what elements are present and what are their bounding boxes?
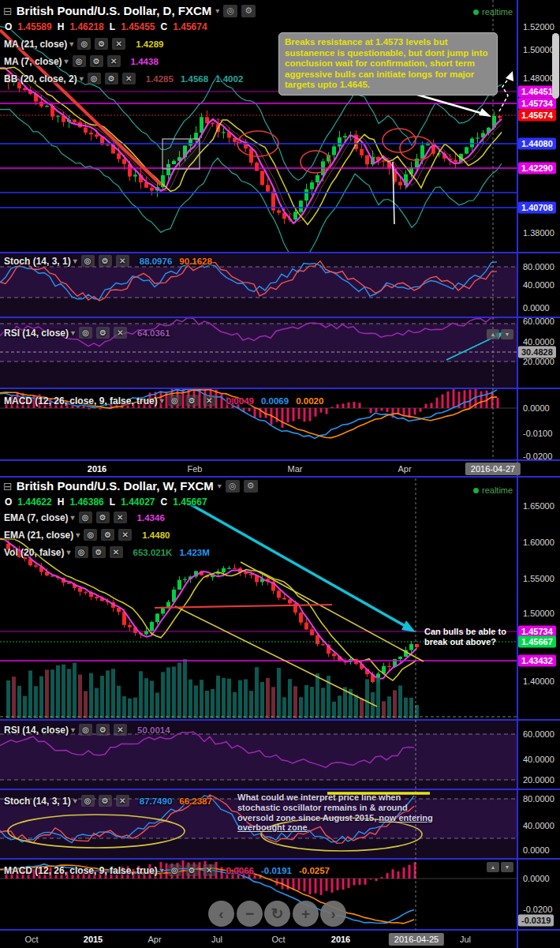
indicator-value: 1.4346 bbox=[137, 513, 165, 523]
zoom-in-button[interactable]: + bbox=[293, 901, 319, 927]
expand-pane-button[interactable]: ▼ bbox=[501, 329, 513, 339]
remove-indicator-button[interactable]: ✕ bbox=[114, 511, 127, 523]
weekly-time-scale[interactable]: Oct2015AprJulOct2016Jul2016-04-25 bbox=[0, 932, 560, 947]
indicator-value: 50.0014 bbox=[137, 725, 170, 735]
indicator-settings-button[interactable]: ⚙ bbox=[105, 73, 118, 84]
remove-indicator-button[interactable]: ✕ bbox=[203, 395, 216, 407]
visibility-button[interactable]: ◎ bbox=[88, 73, 101, 84]
analysis-note-box[interactable]: Breaks resistance at 1.4573 levels but s… bbox=[278, 32, 498, 96]
weekly-symbol-title[interactable]: British Pound/U.S. Dollar, W, FXCM bbox=[17, 479, 214, 493]
indicator-value: 88.0976 bbox=[140, 257, 173, 266]
indicator-label[interactable]: RSI (14, close) bbox=[4, 725, 69, 736]
weekly-chart-title[interactable]: ⊟ British Pound/U.S. Dollar, W, FXCM ▾ ◎… bbox=[3, 479, 258, 493]
indicator-settings-button[interactable]: ⚙ bbox=[90, 55, 103, 67]
ohlc-label: L bbox=[110, 21, 115, 32]
remove-indicator-button[interactable]: ✕ bbox=[203, 864, 216, 876]
scroll-left-button[interactable]: ‹ bbox=[208, 901, 234, 927]
indicator-value: 1.4289 bbox=[136, 39, 163, 49]
indicator-settings-button[interactable]: ⚙ bbox=[92, 546, 106, 558]
price-badge: 1.42290 bbox=[518, 163, 556, 174]
indicator-value: -0.0191 bbox=[261, 866, 292, 875]
visibility-button[interactable]: ◎ bbox=[79, 724, 92, 736]
indicator-settings-button[interactable]: ⚙ bbox=[95, 38, 108, 50]
remove-indicator-button[interactable]: ✕ bbox=[114, 327, 127, 339]
daily-time-scale[interactable]: 2016FebMarApr2016-04-27 bbox=[0, 462, 560, 477]
indicator-settings-button[interactable]: ⚙ bbox=[101, 529, 114, 541]
visibility-icon[interactable]: ◎ bbox=[226, 480, 240, 493]
zoom-out-button[interactable]: − bbox=[237, 901, 263, 927]
remove-indicator-button[interactable]: ✕ bbox=[116, 795, 129, 807]
visibility-button[interactable]: ◎ bbox=[73, 55, 86, 67]
indicator-label[interactable]: BB (20, close, 2) bbox=[4, 73, 77, 84]
collapse-pane-button[interactable]: ▲ bbox=[487, 329, 499, 339]
axis-tick: 80.0000 bbox=[523, 263, 554, 272]
daily-chart-title[interactable]: ⊟ British Pound/U.S. Dollar, D, FXCM ▾ ◎… bbox=[3, 4, 256, 17]
visibility-button[interactable]: ◎ bbox=[79, 511, 92, 523]
indicator-value: 0.0069 bbox=[261, 396, 289, 406]
remove-indicator-button[interactable]: ✕ bbox=[110, 546, 123, 558]
expand-pane-button[interactable]: ▼ bbox=[501, 862, 513, 872]
breakout-question-note[interactable]: Can bulls be able to break out above? bbox=[424, 627, 523, 647]
indicator-settings-button[interactable]: ⚙ bbox=[99, 255, 112, 267]
remove-indicator-button[interactable]: ✕ bbox=[116, 255, 129, 267]
axis-tick: 20.0000 bbox=[523, 358, 554, 366]
price-badge: 1.40708 bbox=[518, 202, 556, 214]
indicator-legend: BB (20, close, 2)▾◎⚙✕1.42851.45681.4002 bbox=[4, 73, 243, 84]
realtime-label: realtime bbox=[482, 7, 513, 17]
indicator-label[interactable]: MACD (12, 26, close, 9, false, true) bbox=[4, 395, 158, 407]
indicator-value: 1.423M bbox=[179, 548, 209, 557]
indicator-label[interactable]: EMA (7, close) bbox=[4, 512, 69, 523]
scrollbar-thumb[interactable] bbox=[552, 33, 559, 99]
axis-tick: 40.0000 bbox=[523, 755, 554, 764]
gear-icon[interactable]: ⚙ bbox=[241, 5, 256, 17]
indicator-label[interactable]: Stoch (14, 3, 1) bbox=[4, 796, 71, 807]
remove-indicator-button[interactable]: ✕ bbox=[118, 529, 132, 541]
indicator-value: 0.0049 bbox=[226, 396, 254, 406]
ohlc-value: 1.46386 bbox=[69, 496, 103, 508]
visibility-icon[interactable]: ◎ bbox=[223, 5, 237, 17]
indicator-settings-button[interactable]: ⚙ bbox=[96, 511, 110, 523]
axis-tick: 80.0000 bbox=[523, 795, 554, 804]
visibility-button[interactable]: ◎ bbox=[168, 395, 181, 407]
indicator-settings-button[interactable]: ⚙ bbox=[185, 864, 199, 876]
indicator-value: 1.4568 bbox=[181, 74, 208, 84]
indicator-label[interactable]: Vol (20, false) bbox=[4, 547, 64, 558]
indicator-label[interactable]: Stoch (14, 3, 1) bbox=[4, 256, 71, 267]
gear-icon[interactable]: ⚙ bbox=[244, 480, 258, 493]
timeline-label: Mar bbox=[288, 464, 303, 474]
weekly-ohlc-row: O1.44622H1.46386L1.44027C1.45667 bbox=[5, 496, 207, 508]
stochastic-note[interactable]: What could we interpret price line when … bbox=[237, 792, 435, 833]
indicator-settings-button[interactable]: ⚙ bbox=[185, 395, 199, 407]
collapse-pane-button[interactable]: ▲ bbox=[487, 862, 499, 872]
remove-indicator-button[interactable]: ✕ bbox=[122, 73, 136, 84]
visibility-button[interactable]: ◎ bbox=[77, 38, 91, 50]
reset-chart-button[interactable]: ↻ bbox=[264, 901, 290, 927]
indicator-legend: MACD (12, 26, close, 9, false, true)▾◎⚙✕… bbox=[4, 395, 323, 407]
indicator-label[interactable]: MA (21, close) bbox=[4, 39, 67, 50]
indicator-settings-button[interactable]: ⚙ bbox=[96, 724, 110, 736]
price-badge: -0.0319 bbox=[518, 915, 554, 927]
indicator-legend: MA (7, close)▾◎⚙✕1.4438 bbox=[4, 55, 159, 67]
indicator-label[interactable]: MACD (12, 26, close, 9, false, true) bbox=[4, 865, 158, 876]
remove-indicator-button[interactable]: ✕ bbox=[112, 38, 125, 50]
visibility-button[interactable]: ◎ bbox=[81, 255, 95, 267]
remove-indicator-button[interactable]: ✕ bbox=[107, 55, 121, 67]
indicator-legend: EMA (21, close)▾◎⚙✕1.4480 bbox=[4, 529, 170, 541]
visibility-button[interactable]: ◎ bbox=[79, 327, 92, 339]
indicator-settings-button[interactable]: ⚙ bbox=[99, 795, 112, 807]
layout-icon[interactable]: ⊟ bbox=[3, 480, 13, 493]
remove-indicator-button[interactable]: ✕ bbox=[114, 724, 127, 736]
indicator-settings-button[interactable]: ⚙ bbox=[96, 327, 110, 339]
visibility-button[interactable]: ◎ bbox=[168, 864, 181, 876]
daily-symbol-title[interactable]: British Pound/U.S. Dollar, D, FXCM bbox=[17, 4, 212, 17]
layout-icon[interactable]: ⊟ bbox=[3, 5, 13, 17]
price-badge: 1.44080 bbox=[518, 138, 556, 150]
indicator-label[interactable]: EMA (21, close) bbox=[4, 530, 73, 541]
visibility-button[interactable]: ◎ bbox=[81, 795, 95, 807]
indicator-legend: EMA (7, close)▾◎⚙✕1.4346 bbox=[4, 511, 165, 523]
indicator-label[interactable]: RSI (14, close) bbox=[4, 328, 69, 339]
indicator-label[interactable]: MA (7, close) bbox=[4, 56, 62, 67]
visibility-button[interactable]: ◎ bbox=[84, 529, 97, 541]
scroll-right-button[interactable]: › bbox=[320, 901, 346, 927]
visibility-button[interactable]: ◎ bbox=[75, 546, 88, 558]
